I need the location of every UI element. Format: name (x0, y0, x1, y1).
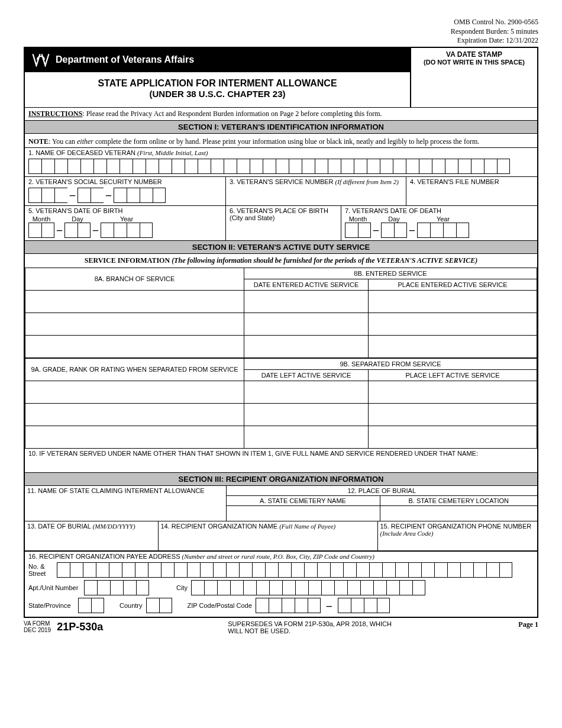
addr-apt-input[interactable] (84, 580, 149, 595)
va-logo-icon (32, 53, 50, 67)
omb-block: OMB Control No. 2900-0565 Respondent Bur… (24, 18, 538, 46)
addr-street-input[interactable] (57, 562, 512, 578)
addr-zip4-input[interactable] (338, 598, 390, 613)
addr-no-street-label: No. & Street (28, 563, 53, 577)
ssn-input[interactable]: – – (25, 186, 225, 205)
field-10-input[interactable] (25, 458, 537, 472)
place-left-input[interactable] (369, 403, 537, 426)
footer-date: DEC 2019 (24, 627, 51, 633)
date-left-input[interactable] (244, 426, 369, 448)
field-12-label: 12. PLACE OF BURIAL (226, 486, 537, 496)
addr-state-label: State/Province (28, 602, 75, 609)
section-1-header: SECTION I: VETERAN'S IDENTIFICATION INFO… (25, 120, 537, 134)
grade-input[interactable] (25, 403, 244, 426)
col-8b-date: DATE ENTERED ACTIVE SERVICE (244, 279, 369, 290)
branch-input[interactable] (25, 313, 244, 335)
field-7-label: 7. VETERAN'S DATE OF DEATH (341, 206, 537, 215)
form-title-1: STATE APPLICATION FOR INTERMENT ALLOWANC… (25, 78, 410, 89)
form-title-block: STATE APPLICATION FOR INTERMENT ALLOWANC… (25, 72, 410, 107)
addr-city-input[interactable] (191, 580, 425, 595)
dob-input[interactable]: Month – Day – Year (25, 215, 225, 240)
date-stamp-title: VA DATE STAMP (414, 50, 535, 59)
section-3-table-2: 13. DATE OF BURIAL (MM/DD/YYYY) 14. RECI… (25, 521, 537, 552)
note-t1: : You can (49, 137, 77, 146)
date-left-input[interactable] (244, 403, 369, 426)
form-title-2: (UNDER 38 U.S.C. CHAPTER 23) (25, 89, 410, 99)
section-1-note: NOTE: You can either complete the form o… (25, 134, 537, 147)
service-table-separated: 9A. GRADE, RANK OR RATING WHEN SEPARATED… (25, 358, 537, 449)
field-2-label: 2. VETERAN'S SOCIAL SECURITY NUMBER (25, 177, 225, 186)
branch-input[interactable] (25, 335, 244, 357)
footer-supersedes: SUPERSEDES VA FORM 21P-530a, APR 2018, W… (228, 620, 393, 634)
branch-input[interactable] (25, 290, 244, 313)
col-9b: 9B. SEPARATED FROM SERVICE (244, 358, 537, 369)
field-6-label: 6. VETERAN'S PLACE OF BIRTH (City and St… (226, 206, 341, 223)
addr-zip-input[interactable] (256, 598, 321, 613)
col-8a: 8A. BRANCH OF SERVICE (25, 268, 244, 290)
field-3-label: 3. VETERAN'S SERVICE NUMBER (If differen… (226, 177, 406, 186)
place-entered-input[interactable] (369, 290, 537, 313)
section-3-header: SECTION III: RECIPIENT ORGANIZATION INFO… (25, 472, 537, 486)
place-entered-input[interactable] (369, 313, 537, 335)
instructions-label: INSTRUCTIONS (28, 109, 82, 118)
omb-control: OMB Control No. 2900-0565 (24, 18, 538, 27)
field-12a-label: A. STATE CEMETERY NAME (226, 495, 380, 505)
footer-va-form: VA FORM (24, 620, 51, 627)
field-1-input[interactable] (25, 157, 537, 176)
field-15[interactable]: 15. RECIPIENT ORGANIZATION PHONE NUMBER … (377, 521, 537, 551)
field-1-label: 1. NAME OF DECEASED VETERAN (First, Midd… (25, 148, 537, 157)
addr-country-label: Country (119, 602, 143, 609)
service-table-entered: 8A. BRANCH OF SERVICE 8B. ENTERED SERVIC… (25, 268, 537, 358)
col-9b-date: DATE LEFT ACTIVE SERVICE (244, 369, 369, 381)
grade-input[interactable] (25, 381, 244, 403)
field-13[interactable]: 13. DATE OF BURIAL (MM/DD/YYYY) (25, 521, 158, 551)
field-16-label: 16. RECIPIENT ORGANIZATION PAYEE ADDRESS… (25, 552, 537, 561)
note-em: either (77, 137, 93, 146)
date-stamp-note: (DO NOT WRITE IN THIS SPACE) (414, 59, 535, 66)
field-11[interactable]: 11. NAME OF STATE CLAIMING INTERMENT ALL… (25, 486, 226, 521)
place-entered-input[interactable] (369, 335, 537, 357)
cemetery-name-input[interactable] (226, 505, 380, 521)
col-9a: 9A. GRADE, RANK OR RATING WHEN SEPARATED… (25, 358, 244, 381)
addr-zip-label: ZIP Code/Postal Code (188, 602, 252, 609)
section-2-header: SECTION II: VETERAN'S ACTIVE DUTY SERVIC… (25, 240, 537, 254)
section-3-table-1: 11. NAME OF STATE CLAIMING INTERMENT ALL… (25, 486, 537, 521)
addr-state-input[interactable] (78, 598, 104, 613)
footer-page: Page 1 (518, 620, 538, 634)
place-left-input[interactable] (369, 426, 537, 448)
omb-burden: Respondent Burden: 5 minutes (24, 27, 538, 37)
col-9b-place: PLACE LEFT ACTIVE SERVICE (369, 369, 537, 381)
date-entered-input[interactable] (244, 313, 369, 335)
instructions-row: INSTRUCTIONS: Please read the Privacy Ac… (25, 107, 537, 120)
place-left-input[interactable] (369, 381, 537, 403)
note-t2: complete the form online or by hand. Ple… (93, 137, 479, 146)
note-label: NOTE (28, 137, 49, 146)
col-8b-place: PLACE ENTERED ACTIVE SERVICE (369, 279, 537, 290)
addr-apt-label: Apt./Unit Number (28, 584, 80, 591)
dod-input[interactable]: Month – Day – Year (341, 215, 537, 240)
date-entered-input[interactable] (244, 335, 369, 357)
date-entered-input[interactable] (244, 290, 369, 313)
page-footer: VA FORM DEC 2019 21P-530a SUPERSEDES VA … (24, 620, 538, 634)
col-8b: 8B. ENTERED SERVICE (244, 268, 537, 279)
date-left-input[interactable] (244, 381, 369, 403)
dept-title: Department of Veterans Affairs (56, 54, 194, 65)
addr-country-input[interactable] (146, 598, 172, 613)
field-5-label: 5. VETERAN'S DATE OF BIRTH (25, 206, 225, 215)
field-14[interactable]: 14. RECIPIENT ORGANIZATION NAME (Full Na… (158, 521, 377, 551)
cemetery-location-input[interactable] (380, 505, 537, 521)
field-12b-label: B. STATE CEMETERY LOCATION (380, 495, 537, 505)
omb-expiration: Expiration Date: 12/31/2022 (24, 36, 538, 46)
date-stamp-box: VA DATE STAMP (DO NOT WRITE IN THIS SPAC… (410, 48, 537, 72)
service-info-note: SERVICE INFORMATION (The following infor… (25, 254, 537, 268)
field-10-label: 10. IF VETERAN SERVED UNDER NAME OTHER T… (25, 449, 537, 458)
date-stamp-space (410, 72, 537, 107)
instructions-text: : Please read the Privacy Act and Respon… (82, 109, 382, 118)
dept-header: Department of Veterans Affairs (25, 48, 410, 72)
addr-city-label: City (176, 584, 188, 591)
footer-form-number: 21P-530a (57, 621, 103, 633)
field-4-label: 4. VETERAN'S FILE NUMBER (406, 177, 537, 186)
grade-input[interactable] (25, 426, 244, 448)
